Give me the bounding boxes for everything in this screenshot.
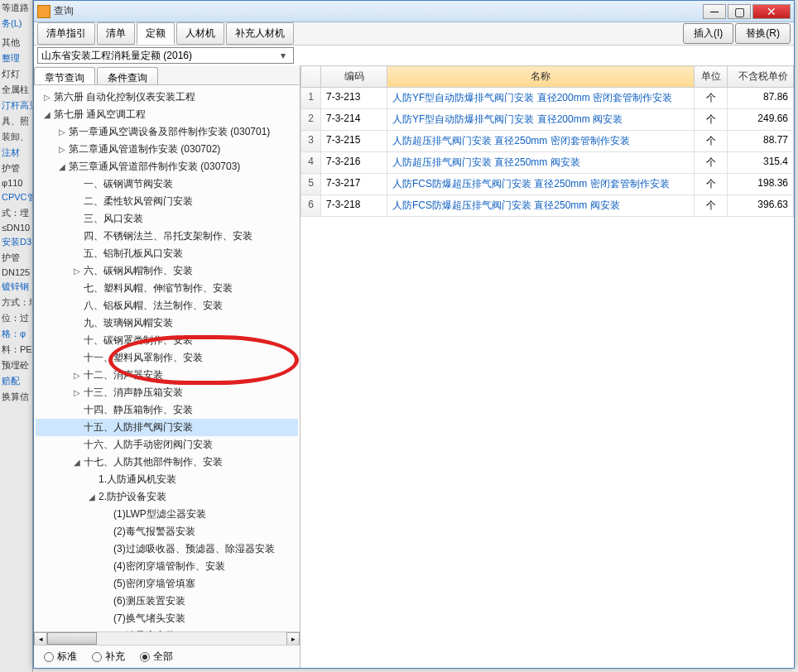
col-name[interactable]: 名称 bbox=[387, 66, 695, 88]
insert-button[interactable]: 插入(I) bbox=[683, 23, 733, 44]
close-button[interactable]: ✕ bbox=[752, 4, 791, 19]
expand-icon[interactable]: ▷ bbox=[42, 93, 52, 103]
tree-item[interactable]: 一、碳钢调节阀安装 bbox=[36, 175, 298, 193]
left-partial-item: 灯灯 bbox=[0, 66, 32, 82]
maximize-button[interactable]: ▢ bbox=[728, 4, 751, 19]
table-row[interactable]: 27-3-214人防YF型自动防爆排气阀门安装 直径200mm 阀安装个249.… bbox=[301, 109, 794, 131]
left-partial-item: φ110 bbox=[0, 176, 32, 190]
toolbar-tab[interactable]: 清单指引 bbox=[37, 22, 95, 45]
tree-item[interactable]: ◢十七、人防其他部件制作、安装 bbox=[36, 454, 298, 471]
tree-item[interactable]: (3)过滤吸收器、预滤器、除湿器安装 bbox=[36, 540, 298, 558]
tree-item[interactable]: ▷十三、消声静压箱安装 bbox=[36, 384, 298, 401]
tree-item[interactable]: ◢2.防护设备安装 bbox=[36, 488, 298, 506]
radio-option[interactable]: 补充 bbox=[92, 650, 125, 664]
table-row[interactable]: 47-3-216人防超压排气阀门安装 直径250mm 阀安装个315.4 bbox=[301, 152, 794, 174]
tree-item-label: (3)过滤吸收器、预滤器、除湿器安装 bbox=[113, 542, 275, 556]
tree-item[interactable]: 十一、塑料风罩制作、安装 bbox=[36, 349, 298, 367]
left-partial-item: 安装D3 bbox=[0, 234, 32, 250]
cell-rownum: 4 bbox=[301, 152, 321, 174]
toolbar-tab[interactable]: 定额 bbox=[137, 22, 175, 45]
table-row[interactable]: 37-3-215人防超压排气阀门安装 直径250mm 密闭套管制作安装个88.7… bbox=[301, 131, 794, 152]
tree-item[interactable]: ▷十二、消声器安装 bbox=[36, 367, 298, 384]
tree-item[interactable]: ▷第二章通风管道制作安装 (030702) bbox=[36, 141, 298, 158]
collapse-icon[interactable]: ◢ bbox=[72, 458, 82, 468]
quota-dropdown[interactable]: 山东省安装工程消耗量定额 (2016) ▾ bbox=[37, 47, 294, 64]
radio-option[interactable]: 全部 bbox=[140, 650, 173, 664]
expand-icon[interactable]: ▷ bbox=[72, 266, 82, 276]
collapse-icon[interactable]: ◢ bbox=[57, 162, 67, 172]
tree-item[interactable]: (1)LWP型滤尘器安装 bbox=[36, 506, 298, 523]
tree-item[interactable]: (8)波导窗安装 bbox=[36, 627, 298, 631]
expand-icon[interactable]: ▷ bbox=[57, 127, 67, 137]
tree-item[interactable]: 十、碳钢罩类制作、安装 bbox=[36, 332, 298, 349]
tree-item-label: 十、碳钢罩类制作、安装 bbox=[84, 334, 193, 348]
tree-item[interactable]: 七、塑料风帽、伸缩节制作、安装 bbox=[36, 280, 298, 297]
table-row[interactable]: 57-3-217人防FCS防爆超压排气阀门安装 直径250mm 密闭套管制作安装… bbox=[301, 174, 794, 195]
expand-icon[interactable]: ▷ bbox=[57, 145, 67, 155]
table-header-row: 编码 名称 单位 不含税单价 bbox=[301, 66, 794, 88]
tree-bullet bbox=[72, 301, 82, 311]
cell-code: 7-3-218 bbox=[321, 195, 387, 217]
tree-item[interactable]: 五、铝制孔板风口安装 bbox=[36, 245, 298, 262]
scrollbar-thumb[interactable] bbox=[47, 632, 97, 645]
collapse-icon[interactable]: ◢ bbox=[42, 110, 52, 120]
tree-item[interactable]: ◢第七册 通风空调工程 bbox=[36, 106, 298, 123]
tree-bullet bbox=[102, 579, 112, 589]
radio-icon bbox=[140, 652, 150, 662]
tree-item[interactable]: 1.人防通风机安装 bbox=[36, 471, 298, 488]
horizontal-scrollbar[interactable]: ◂ ▸ bbox=[34, 631, 300, 645]
col-rownum bbox=[301, 66, 321, 88]
expand-icon[interactable]: ▷ bbox=[72, 388, 82, 398]
tree-item-label: 九、玻璃钢风帽安装 bbox=[84, 316, 173, 330]
radio-option[interactable]: 标准 bbox=[44, 650, 77, 664]
tree-item[interactable]: ◢第三章通风管道部件制作安装 (030703) bbox=[36, 158, 298, 175]
toolbar-tab[interactable]: 补充人材机 bbox=[226, 22, 294, 45]
tree-item[interactable]: (7)换气堵头安装 bbox=[36, 610, 298, 627]
tree-item[interactable]: 十四、静压箱制作、安装 bbox=[36, 401, 298, 419]
app-icon bbox=[37, 5, 50, 18]
window-title: 查询 bbox=[54, 4, 703, 18]
tree-item-label: 十三、消声静压箱安装 bbox=[84, 386, 183, 400]
tree-item[interactable]: (2)毒气报警器安装 bbox=[36, 523, 298, 540]
tree-item[interactable]: ▷第一章通风空调设备及部件制作安装 (030701) bbox=[36, 123, 298, 141]
cell-code: 7-3-215 bbox=[321, 131, 387, 152]
tree-item[interactable]: 九、玻璃钢风帽安装 bbox=[36, 314, 298, 332]
tree-item[interactable]: 八、铝板风帽、法兰制作、安装 bbox=[36, 297, 298, 314]
replace-button[interactable]: 替换(R) bbox=[735, 23, 791, 44]
expand-icon[interactable]: ▷ bbox=[72, 371, 82, 381]
scroll-left-button[interactable]: ◂ bbox=[34, 632, 47, 646]
tree-item[interactable]: ▷第六册 自动化控制仪表安装工程 bbox=[36, 89, 298, 106]
tree-item[interactable]: (6)测压装置安装 bbox=[36, 593, 298, 610]
col-code[interactable]: 编码 bbox=[321, 66, 387, 88]
tree-item[interactable]: 十六、人防手动密闭阀门安装 bbox=[36, 436, 298, 454]
cell-price: 315.4 bbox=[728, 152, 794, 174]
scrollbar-track[interactable] bbox=[47, 632, 286, 645]
cell-name: 人防超压排气阀门安装 直径250mm 密闭套管制作安装 bbox=[387, 131, 695, 152]
toolbar-tab[interactable]: 人材机 bbox=[176, 22, 224, 45]
tree-item-label: 十六、人防手动密闭阀门安装 bbox=[84, 438, 213, 452]
table-row[interactable]: 67-3-218人防FCS防爆超压排气阀门安装 直径250mm 阀安装个396.… bbox=[301, 195, 794, 217]
tree-item[interactable]: 三、风口安装 bbox=[36, 210, 298, 228]
tree-item[interactable]: ▷六、碳钢风帽制作、安装 bbox=[36, 262, 298, 280]
sub-tab[interactable]: 章节查询 bbox=[34, 67, 95, 84]
tree-bullet bbox=[72, 406, 82, 415]
tree-item[interactable]: (4)密闭穿墙管制作、安装 bbox=[36, 558, 298, 575]
col-price[interactable]: 不含税单价 bbox=[728, 66, 794, 88]
tree-item[interactable]: (5)密闭穿墙管填塞 bbox=[36, 575, 298, 593]
left-partial-item: ≤DN10 bbox=[0, 221, 32, 234]
sub-tab[interactable]: 条件查询 bbox=[97, 67, 158, 84]
toolbar-tab[interactable]: 清单 bbox=[97, 22, 135, 45]
dropdown-selected: 山东省安装工程消耗量定额 (2016) bbox=[41, 49, 276, 63]
scroll-right-button[interactable]: ▸ bbox=[286, 632, 300, 646]
collapse-icon[interactable]: ◢ bbox=[87, 492, 97, 502]
col-unit[interactable]: 单位 bbox=[695, 66, 728, 88]
minimize-button[interactable]: ─ bbox=[703, 4, 726, 19]
tree-bullet bbox=[72, 336, 82, 346]
tree-item-label: (7)换气堵头安装 bbox=[113, 612, 185, 626]
tree-item[interactable]: 十五、人防排气阀门安装 bbox=[36, 419, 298, 436]
table-row[interactable]: 17-3-213人防YF型自动防爆排气阀门安装 直径200mm 密闭套管制作安装… bbox=[301, 88, 794, 109]
tree-item[interactable]: 四、不锈钢法兰、吊托支架制作、安装 bbox=[36, 228, 298, 245]
tree-item[interactable]: 二、柔性软风管阀门安装 bbox=[36, 193, 298, 210]
tree-view[interactable]: ▷第六册 自动化控制仪表安装工程◢第七册 通风空调工程▷第一章通风空调设备及部件… bbox=[34, 85, 300, 631]
left-partial-item: 护管 bbox=[0, 250, 32, 266]
